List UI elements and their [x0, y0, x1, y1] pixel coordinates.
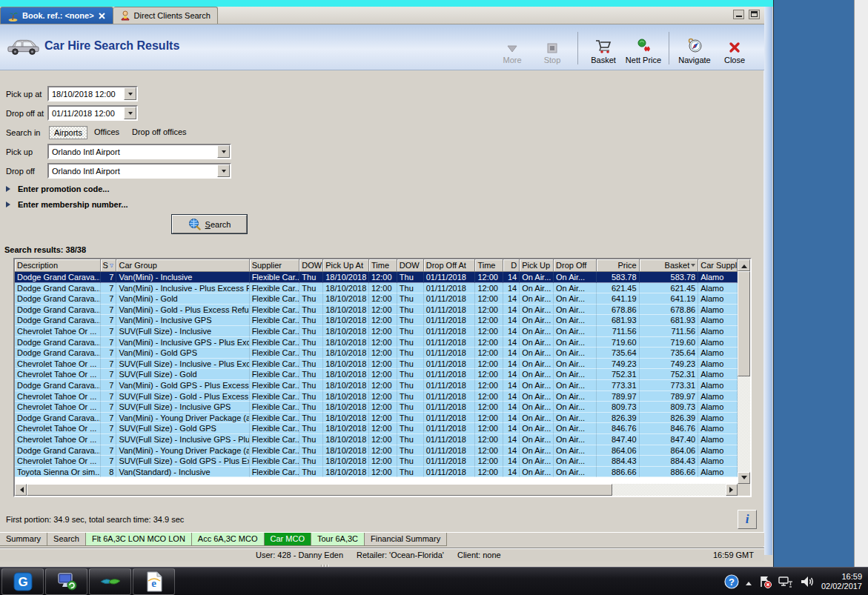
- help-icon[interactable]: ?: [724, 574, 739, 589]
- action-center-flag-icon[interactable]: [758, 575, 772, 588]
- pick-up-label: Pick up: [6, 147, 33, 156]
- drop-off-at-dropdown-icon[interactable]: [124, 107, 136, 119]
- pick-up-combo[interactable]: Orlando Intl Airport: [47, 144, 231, 159]
- scroll-down-icon[interactable]: [738, 472, 750, 484]
- nett-price-button[interactable]: Nett Price: [624, 29, 663, 67]
- search-in-offices[interactable]: Offices: [90, 126, 124, 138]
- booking-tab-flt-6a-3c-lon-mco-lon[interactable]: Flt 6A,3C LON MCO LON: [86, 533, 192, 546]
- maximize-button[interactable]: [749, 10, 760, 19]
- table-row[interactable]: Dodge Grand Carava...7Van(Mini) - Young …: [15, 413, 738, 424]
- document-tab-bar: Book. ref.: <none> Direct Clients Search: [0, 7, 764, 24]
- table-row[interactable]: Chevrolet Tahoe Or ...7SUV(Full Size) - …: [15, 326, 738, 337]
- column-header-pick_up_at[interactable]: Pick Up At: [323, 259, 369, 272]
- cell-basket: 711.56: [640, 326, 699, 337]
- cell-car_group: Van(Mini) - Young Driver Package (ag...: [116, 413, 249, 424]
- search-button[interactable]: Search: [172, 215, 247, 233]
- booking-tab-car-mco[interactable]: Car MCO: [265, 533, 311, 546]
- pick-up-dropdown-icon[interactable]: [217, 145, 230, 158]
- window-top-strip: [0, 0, 773, 7]
- scroll-left-icon[interactable]: [15, 484, 27, 496]
- column-header-time_pickup[interactable]: Time: [369, 259, 397, 272]
- network-icon[interactable]: [778, 575, 793, 588]
- table-row[interactable]: Dodge Grand Carava...7Van(Mini) - GoldFl…: [15, 293, 738, 305]
- cell-dow_dropoff: Thu: [397, 348, 424, 359]
- column-header-price[interactable]: Price: [597, 259, 640, 272]
- horizontal-scroll-thumb[interactable]: [27, 484, 612, 496]
- promotion-code-expander[interactable]: Enter promotion code...: [6, 185, 109, 193]
- column-header-supplier[interactable]: Supplier: [250, 259, 300, 272]
- pick-up-at-field[interactable]: 18/10/2018 12:00: [47, 86, 138, 102]
- taskbar-app-g-button[interactable]: G: [1, 568, 44, 595]
- cell-drop_off_at: 01/11/2018: [424, 305, 476, 316]
- table-row[interactable]: Chevrolet Tahoe Or ...7SUV(Full Size) - …: [15, 391, 738, 402]
- column-header-drop_off_at[interactable]: Drop Off At: [424, 259, 476, 272]
- cell-s: 7: [101, 402, 117, 413]
- drop-off-combo[interactable]: Orlando Intl Airport: [47, 163, 231, 179]
- drop-off-at-field[interactable]: 01/11/2018 12:00: [47, 105, 138, 121]
- vertical-scrollbar[interactable]: [738, 259, 750, 484]
- tab-direct-clients-search[interactable]: Direct Clients Search: [113, 7, 218, 24]
- cell-time_pickup: 12:00: [369, 369, 397, 380]
- taskbar-clock[interactable]: 16:59 02/02/2017: [821, 572, 865, 591]
- column-header-s[interactable]: S: [101, 259, 117, 272]
- table-row[interactable]: Dodge Grand Carava...7Van(Mini) - Inclus…: [15, 315, 738, 326]
- column-header-dow_dropoff[interactable]: DOW: [397, 259, 424, 272]
- booking-tab-financial-summary[interactable]: Financial Summary: [365, 533, 447, 546]
- membership-number-expander[interactable]: Enter membership number...: [6, 200, 128, 209]
- cell-supplier: Flexible Car...: [250, 305, 300, 316]
- search-in-airports[interactable]: Airports: [49, 126, 87, 139]
- cell-days: 14: [503, 337, 520, 348]
- table-row[interactable]: Chevrolet Tahoe Or ...7SUV(Full Size) - …: [15, 369, 738, 380]
- table-row[interactable]: Dodge Grand Carava...7Van(Mini) - Gold G…: [15, 348, 738, 359]
- info-button[interactable]: i: [738, 510, 757, 529]
- table-row[interactable]: Dodge Grand Carava...7Van(Mini) - Inclus…: [15, 337, 738, 348]
- horizontal-scrollbar[interactable]: [15, 484, 738, 496]
- column-header-drop_off_location[interactable]: Drop Off: [554, 259, 597, 272]
- table-row[interactable]: Chevrolet Tahoe Or ...7SUV(Full Size) - …: [15, 456, 738, 467]
- booking-tab-search[interactable]: Search: [47, 533, 86, 546]
- table-row[interactable]: Dodge Grand Carava...7Van(Mini) - Gold G…: [15, 380, 738, 391]
- booking-tab-tour-6a-3c[interactable]: Tour 6A,3C: [311, 533, 365, 546]
- navigate-button[interactable]: Navigate: [675, 29, 714, 67]
- minimize-button[interactable]: [733, 10, 744, 19]
- column-header-dow_pickup[interactable]: DOW: [299, 259, 323, 272]
- column-header-days[interactable]: D: [503, 259, 520, 272]
- basket-button[interactable]: Basket: [584, 29, 623, 67]
- column-header-car_group[interactable]: Car Group: [116, 259, 249, 272]
- table-row[interactable]: Chevrolet Tahoe Or ...7SUV(Full Size) - …: [15, 434, 738, 445]
- booking-tab-summary[interactable]: Summary: [0, 533, 47, 546]
- tab-booking-ref[interactable]: Book. ref.: <none>: [0, 7, 113, 24]
- taskbar-remote-desktop-button[interactable]: [45, 568, 87, 595]
- column-header-car_supplier[interactable]: Car Suppl: [698, 259, 738, 272]
- table-row[interactable]: Dodge Grand Carava...7Van(Mini) - Young …: [15, 445, 738, 456]
- table-row[interactable]: Dodge Grand Carava...7Van(Mini) - Inclus…: [15, 272, 738, 283]
- table-row[interactable]: Chevrolet Tahoe Or ...7SUV(Full Size) - …: [15, 402, 738, 413]
- column-header-basket[interactable]: Basket: [640, 259, 699, 272]
- close-button[interactable]: Close: [715, 29, 754, 67]
- column-header-pick_up_location[interactable]: Pick Up: [520, 259, 554, 272]
- vertical-scroll-thumb[interactable]: [738, 271, 750, 376]
- show-hidden-icons-icon[interactable]: [746, 579, 752, 585]
- pick-up-at-dropdown-icon[interactable]: [124, 87, 136, 100]
- column-header-time_dropoff[interactable]: Time: [475, 259, 503, 272]
- cell-price: 809.73: [597, 402, 640, 413]
- scroll-up-icon[interactable]: [738, 259, 750, 271]
- search-in-drop-off-offices[interactable]: Drop off offices: [127, 126, 191, 138]
- cell-s: 7: [101, 293, 117, 305]
- tab-close-icon[interactable]: [98, 12, 106, 20]
- table-row[interactable]: Chevrolet Tahoe Or ...7SUV(Full Size) - …: [15, 423, 738, 434]
- drop-off-dropdown-icon[interactable]: [217, 164, 230, 177]
- booking-tab-acc-6a-3c-mco[interactable]: Acc 6A,3C MCO: [192, 533, 265, 546]
- scroll-right-icon[interactable]: [726, 484, 738, 496]
- volume-icon[interactable]: [800, 575, 815, 588]
- cell-time_dropoff: 12:00: [475, 293, 503, 305]
- taskbar-internet-explorer-button[interactable]: e: [133, 568, 175, 595]
- table-row[interactable]: Toyota Sienna Or sim...8Van(Standard) - …: [15, 467, 738, 478]
- table-row[interactable]: Dodge Grand Carava...7Van(Mini) - Inclus…: [15, 283, 738, 294]
- taskbar-travel-app-button[interactable]: [89, 568, 131, 595]
- column-header-description[interactable]: Description: [15, 259, 101, 272]
- stop-button[interactable]: Stop: [533, 29, 572, 67]
- table-row[interactable]: Chevrolet Tahoe Or ...7SUV(Full Size) - …: [15, 359, 738, 370]
- table-row[interactable]: Dodge Grand Carava...7Van(Mini) - Gold -…: [15, 305, 738, 316]
- more-button[interactable]: More: [493, 29, 531, 67]
